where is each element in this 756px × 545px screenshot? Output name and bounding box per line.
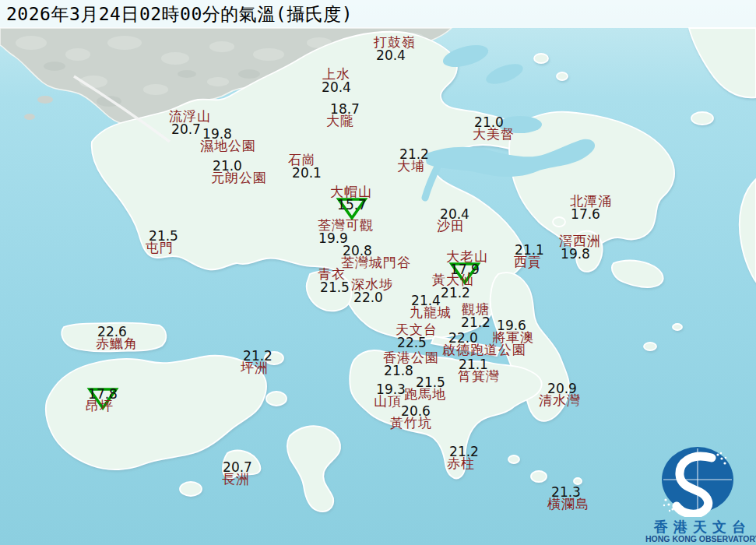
hko-logo-icon: [649, 442, 751, 517]
station-name: 元朗公園: [211, 172, 267, 185]
station-value: 21.5: [320, 281, 350, 294]
station-name: 昂坪: [85, 400, 114, 413]
station-label: 21.5跑馬地: [404, 376, 446, 401]
station-name: 筲箕灣: [458, 371, 500, 383]
station-label: 18.7大隴: [325, 103, 355, 128]
station-label: 深水埗22.0: [351, 279, 393, 304]
title-bar: 2026年3月24日02時00分的氣溫(攝氏度): [0, 0, 756, 28]
hko-logo-english-name: HONG KONG OBSERVATORY: [645, 534, 754, 543]
station-name: 赤柱: [446, 458, 476, 470]
station-label: 大帽山15.7: [330, 186, 372, 211]
station-value: 19.8: [554, 248, 596, 260]
station-name: 跑馬地: [404, 389, 446, 401]
station-name: 橫瀾島: [547, 498, 589, 511]
station-label: 北潭涌17.6: [570, 195, 612, 220]
station-value: 15.7: [331, 199, 373, 211]
station-label: 20.7長洲: [221, 461, 251, 486]
hko-temperature-map-screen: 打鼓嶺20.4上水20.418.7大隴21.0大美督流浮山20.719.8濕地公…: [0, 0, 756, 545]
station-label: 20.8荃灣城門谷: [341, 244, 411, 269]
hko-logo: 香港天文台 HONG KONG OBSERVATORY: [645, 442, 754, 543]
station-name: 屯門: [145, 242, 174, 255]
station-label: 21.2赤柱: [446, 445, 476, 470]
station-label: 上水20.4: [322, 69, 351, 93]
station-label: 22.6赤鱲角: [96, 325, 138, 350]
stations-layer: 打鼓嶺20.4上水20.418.7大隴21.0大美督流浮山20.719.8濕地公…: [0, 0, 756, 545]
station-label: 荃灣可觀19.9: [318, 220, 374, 244]
station-label: 21.4九龍城: [410, 294, 452, 319]
map-title: 2026年3月24日02時00分的氣溫(攝氏度): [0, 2, 353, 26]
station-value: 17.6: [564, 208, 607, 220]
station-label: 20.4沙田: [436, 208, 466, 233]
station-label: 20.9清水灣: [539, 382, 581, 407]
station-name: 沙田: [436, 220, 466, 233]
station-name: 坪洲: [240, 362, 269, 374]
station-name: 九龍城: [410, 307, 452, 319]
station-label: 17.8昂坪: [85, 388, 114, 413]
station-name: 西貢: [513, 256, 543, 269]
station-value: 22.0: [347, 291, 389, 304]
station-name: 大美督: [473, 128, 515, 141]
station-label: 21.3橫瀾島: [547, 486, 589, 511]
station-name: 荃灣城門谷: [341, 257, 411, 269]
station-label: 21.2大埔: [396, 148, 426, 173]
hko-logo-chinese-name: 香港天文台: [651, 520, 754, 534]
station-label: 21.1筲箕灣: [458, 358, 500, 383]
station-label: 22.0啟德跑道公園: [442, 332, 526, 357]
station-label: 香港公園21.8: [383, 352, 439, 377]
station-label: 21.5屯門: [145, 230, 174, 255]
station-name: 長洲: [221, 473, 251, 486]
station-name: 大隴: [325, 115, 355, 128]
station-label: 20.6黃竹坑: [390, 405, 432, 430]
station-name: 啟德跑道公園: [442, 344, 526, 357]
station-label: 21.1西貢: [513, 244, 543, 269]
station-name: 赤鱲角: [96, 338, 138, 350]
station-name: 清水灣: [539, 395, 581, 407]
station-label: 觀塘21.2: [461, 304, 491, 329]
station-name: 黃竹坑: [390, 417, 432, 430]
station-label: 青衣21.5: [317, 269, 346, 294]
station-value: 20.4: [322, 81, 351, 93]
station-name: 大埔: [396, 160, 426, 173]
station-label: 19.8濕地公園: [200, 128, 256, 153]
station-value: 20.1: [292, 167, 322, 179]
station-label: 21.2坪洲: [240, 350, 269, 374]
station-label: 石崗20.1: [287, 154, 317, 179]
station-value: 20.4: [370, 49, 412, 62]
station-label: 打鼓嶺20.4: [374, 37, 416, 62]
station-label: 滘西洲19.8: [559, 235, 601, 260]
station-name: 濕地公園: [200, 140, 256, 153]
station-value: 21.2: [461, 316, 491, 329]
station-label: 21.0大美督: [473, 116, 515, 141]
station-label: 21.0元朗公園: [211, 160, 267, 185]
